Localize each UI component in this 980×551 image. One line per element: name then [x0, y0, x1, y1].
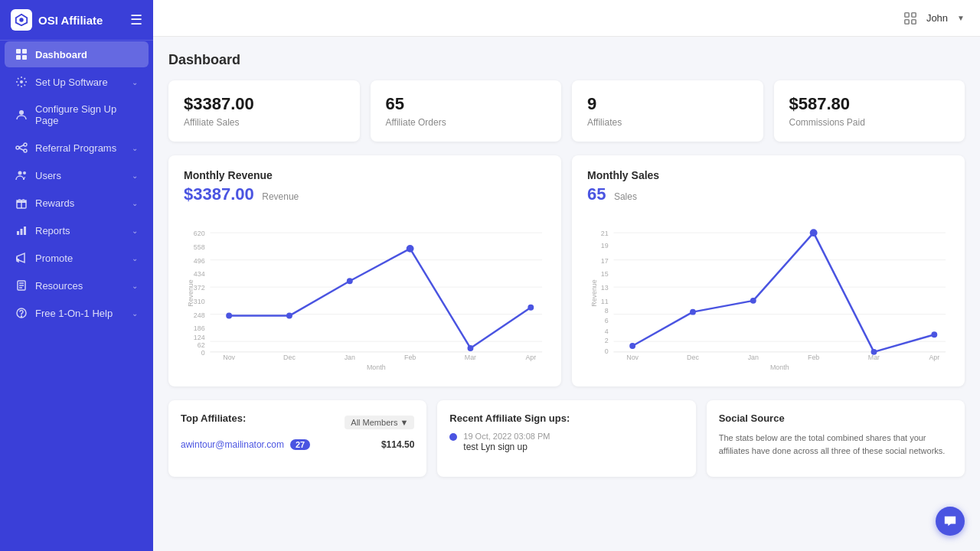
reports-chevron: ⌄: [132, 227, 138, 235]
revenue-sub-label: Revenue: [262, 191, 299, 202]
signup-name: test Lyn sign up: [463, 442, 550, 452]
sales-big-value: 65: [587, 184, 606, 204]
svg-point-49: [407, 245, 414, 253]
svg-rect-18: [24, 227, 26, 235]
svg-text:Mar: Mar: [868, 354, 880, 361]
resources-chevron: ⌄: [132, 282, 138, 290]
svg-text:13: 13: [601, 284, 609, 292]
svg-text:Mar: Mar: [465, 354, 476, 361]
svg-text:Apr: Apr: [929, 354, 939, 361]
svg-text:Jan: Jan: [748, 354, 759, 361]
affiliate-email[interactable]: awintour@mailinator.com: [181, 439, 284, 450]
referral-programs-chevron: ⌄: [132, 144, 138, 152]
svg-point-6: [20, 80, 23, 83]
stat-affiliate-sales: $3387.00 Affiliate Sales: [168, 80, 360, 142]
svg-text:Revenue: Revenue: [590, 279, 598, 307]
svg-text:17: 17: [601, 257, 609, 265]
commissions-paid-value: $587.80: [789, 94, 950, 114]
svg-rect-26: [912, 12, 916, 16]
setup-software-chevron: ⌄: [132, 78, 138, 86]
signup-date: 19 Oct, 2022 03:08 PM: [463, 432, 550, 441]
affiliate-row: awintour@mailinator.com 27 $114.50: [181, 439, 414, 450]
sidebar-item-dashboard[interactable]: Dashboard: [5, 41, 149, 67]
stats-row: $3387.00 Affiliate Sales 65 Affiliate Or…: [168, 80, 965, 142]
social-source-card: Social Source The stats below are the to…: [707, 400, 965, 477]
charts-row: Monthly Revenue $3387.00 Revenue 620 558…: [168, 155, 965, 386]
svg-text:Dec: Dec: [283, 354, 296, 361]
stat-affiliate-orders: 65 Affiliate Orders: [371, 80, 562, 142]
svg-text:Dec: Dec: [687, 354, 699, 361]
sidebar-item-setup-software[interactable]: Set Up Software ⌄: [5, 69, 149, 95]
svg-rect-4: [16, 55, 21, 60]
svg-text:Nov: Nov: [626, 354, 639, 361]
free-help-chevron: ⌄: [132, 309, 138, 318]
app-title: OSI Affiliate: [38, 14, 103, 27]
stat-commissions-paid: $587.80 Commissions Paid: [774, 80, 965, 142]
topbar-icons: [903, 11, 917, 25]
svg-line-12: [19, 148, 24, 151]
rewards-chevron: ⌄: [132, 199, 138, 207]
svg-text:124: 124: [194, 334, 205, 341]
svg-text:248: 248: [194, 311, 205, 319]
recent-signups-title: Recent Affiliate Sign ups:: [449, 412, 683, 424]
social-source-title: Social Source: [719, 412, 952, 424]
top-affiliates-header: Top Affiliates: All Members ▼: [181, 412, 414, 432]
sidebar-item-rewards[interactable]: Rewards ⌄: [5, 190, 149, 216]
svg-text:6: 6: [605, 317, 609, 324]
svg-text:Month: Month: [770, 364, 789, 370]
sidebar-item-free-help[interactable]: Free 1-On-1 Help ⌄: [5, 300, 149, 326]
svg-point-51: [528, 305, 534, 311]
svg-text:62: 62: [198, 341, 205, 349]
svg-point-24: [21, 316, 22, 317]
svg-text:Feb: Feb: [808, 354, 819, 361]
svg-point-13: [18, 171, 22, 175]
sidebar-item-promote[interactable]: Promote ⌄: [5, 245, 149, 271]
sidebar-item-reports[interactable]: Reports ⌄: [5, 217, 149, 243]
grid-icon: [903, 11, 917, 25]
affiliate-amount: $114.50: [381, 439, 414, 450]
svg-point-14: [23, 171, 26, 174]
svg-rect-16: [17, 231, 19, 235]
main-area: John ▼ Dashboard $3387.00 Affiliate Sale…: [153, 0, 980, 551]
sidebar-item-configure-signup[interactable]: Configure Sign Up Page: [5, 96, 149, 133]
svg-text:Nov: Nov: [223, 354, 235, 361]
recent-signup-item: 19 Oct, 2022 03:08 PM test Lyn sign up: [449, 432, 683, 452]
revenue-chart: 620 558 496 434 372 310 248 186 124 62 0: [184, 217, 546, 370]
content-area: Dashboard $3387.00 Affiliate Sales 65 Af…: [153, 37, 980, 551]
sidebar-item-referral-programs[interactable]: Referral Programs ⌄: [5, 135, 149, 161]
affiliates-label: Affiliates: [587, 117, 748, 128]
sidebar-item-users[interactable]: Users ⌄: [5, 162, 149, 188]
svg-text:0: 0: [605, 347, 609, 355]
user-chevron[interactable]: ▼: [957, 14, 965, 22]
svg-text:Month: Month: [367, 364, 386, 370]
svg-point-82: [931, 331, 937, 337]
all-members-button[interactable]: All Members ▼: [345, 416, 414, 429]
svg-rect-3: [22, 49, 27, 54]
user-label[interactable]: John: [926, 12, 948, 24]
svg-rect-28: [912, 19, 916, 23]
svg-point-77: [629, 343, 635, 349]
topbar: John ▼: [153, 0, 980, 37]
chat-bubble[interactable]: [936, 507, 965, 536]
svg-point-46: [226, 313, 232, 319]
monthly-sales-card: Monthly Sales 65 Sales 21 19 17 15 13 11…: [572, 155, 965, 386]
svg-rect-17: [21, 229, 23, 235]
sidebar: OSI Affiliate ☰ Dashboard Set Up Softwar…: [0, 0, 153, 551]
monthly-revenue-title: Monthly Revenue: [184, 169, 546, 181]
svg-text:Revenue: Revenue: [187, 279, 194, 307]
svg-text:21: 21: [601, 230, 609, 237]
menu-icon[interactable]: ☰: [130, 11, 142, 28]
svg-text:186: 186: [194, 324, 205, 332]
users-chevron: ⌄: [132, 171, 138, 180]
svg-point-79: [750, 298, 756, 304]
all-members-chevron: ▼: [400, 418, 408, 427]
monthly-revenue-card: Monthly Revenue $3387.00 Revenue 620 558…: [168, 155, 561, 386]
svg-text:620: 620: [194, 230, 205, 237]
svg-rect-2: [16, 49, 21, 54]
signup-dot: [449, 433, 457, 441]
svg-point-8: [16, 146, 19, 149]
svg-text:11: 11: [601, 298, 609, 305]
svg-text:0: 0: [201, 349, 205, 357]
sidebar-item-resources[interactable]: Resources ⌄: [5, 272, 149, 298]
svg-rect-27: [905, 19, 909, 23]
